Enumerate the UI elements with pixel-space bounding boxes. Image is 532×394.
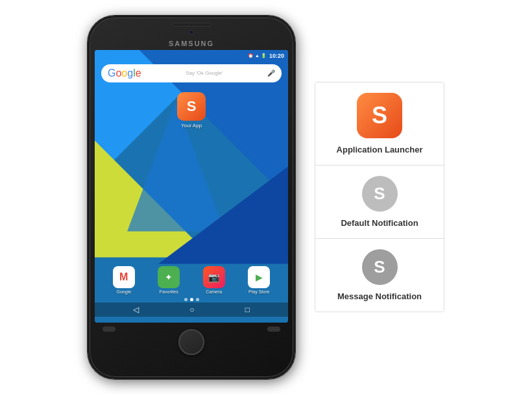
search-placeholder: Say 'Ok Google' <box>141 70 267 76</box>
panel-item-launcher[interactable]: S Application Launcher <box>315 82 444 166</box>
speaker-grille <box>172 23 211 27</box>
panel-item-message-notification[interactable]: S Message Notification <box>315 239 444 312</box>
page-dots <box>95 298 288 301</box>
default-notification-letter: S <box>374 184 385 204</box>
phone-top-bar: SAMSUNG <box>90 18 293 50</box>
touch-buttons <box>90 326 293 358</box>
phone-screen: ⏰ ▲ 🔋 10:20 Google Say 'Ok Google' 🎤 <box>95 50 288 323</box>
google-search-bar[interactable]: Google Say 'Ok Google' 🎤 <box>101 64 282 82</box>
dock-label-playstore: Play Store <box>248 289 269 294</box>
dot-3 <box>196 298 199 301</box>
app-icon-background: S <box>177 92 206 121</box>
default-notification-label: Default Notification <box>341 218 418 228</box>
dock-label-camera: Camera <box>206 289 222 294</box>
front-camera <box>189 30 194 35</box>
default-notification-icon: S <box>362 176 398 212</box>
mic-icon: 🎤 <box>267 69 275 77</box>
back-button[interactable]: ◁ <box>133 305 139 314</box>
home-button-nav[interactable]: ○ <box>189 305 194 314</box>
phone-bottom <box>90 323 293 362</box>
recents-button[interactable]: □ <box>245 305 250 314</box>
status-icons: ⏰ ▲ 🔋 <box>248 53 267 58</box>
your-app-icon[interactable]: S Your App <box>177 92 206 129</box>
dock-apps-row: M Google ✦ Favorites <box>95 261 288 297</box>
navigation-bar: ◁ ○ □ <box>95 302 288 317</box>
status-time: 10:20 <box>269 53 284 59</box>
message-notification-label: Message Notification <box>337 291 422 301</box>
dot-1 <box>184 298 187 301</box>
status-bar: ⏰ ▲ 🔋 10:20 <box>95 50 288 62</box>
launcher-icon: S <box>357 93 402 138</box>
google-logo: Google <box>108 68 141 79</box>
phone-mockup: SAMSUNG ⏰ ▲ 🔋 10:20 <box>88 16 295 379</box>
touch-btn-left <box>103 326 115 332</box>
physical-home-button[interactable] <box>178 329 204 355</box>
dock-label-gmail: Google <box>116 289 131 294</box>
volume-down-button <box>88 102 90 134</box>
launcher-label: Application Launcher <box>337 145 423 154</box>
dock-app-gmail[interactable]: M Google <box>113 266 135 294</box>
panel-item-default-notification[interactable]: S Default Notification <box>315 166 444 239</box>
dock-app-favorites[interactable]: ✦ Favorites <box>158 266 180 294</box>
phone-body: SAMSUNG ⏰ ▲ 🔋 10:20 <box>88 16 295 379</box>
launcher-letter: S <box>372 102 387 129</box>
dot-2 <box>190 298 193 301</box>
volume-up-button <box>88 76 90 95</box>
touch-btn-right <box>267 326 280 332</box>
power-button <box>293 82 295 115</box>
screen-background: ⏰ ▲ 🔋 10:20 Google Say 'Ok Google' 🎤 <box>95 50 288 323</box>
main-container: SAMSUNG ⏰ ▲ 🔋 10:20 <box>75 3 457 392</box>
message-notification-icon: S <box>362 249 398 285</box>
brand-label: SAMSUNG <box>169 40 214 47</box>
dock-app-camera[interactable]: 📷 Camera <box>203 266 225 294</box>
dock-label-favorites: Favorites <box>160 289 178 294</box>
app-label: Your App <box>181 123 202 129</box>
message-notification-letter: S <box>374 257 385 277</box>
app-letter: S <box>187 98 197 115</box>
bottom-dock: M Google ✦ Favorites <box>95 261 288 323</box>
icon-panel: S Application Launcher S Default Notific… <box>315 82 444 312</box>
dock-app-playstore[interactable]: ▶ Play Store <box>248 266 270 294</box>
